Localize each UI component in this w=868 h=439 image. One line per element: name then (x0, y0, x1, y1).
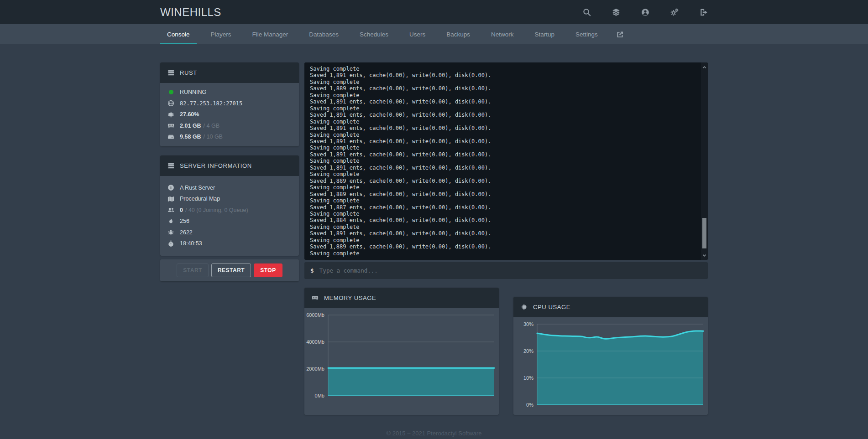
cpu-usage-header: CPU USAGE (513, 297, 708, 317)
console-line: Saving complete (310, 66, 696, 72)
map-name: Procedural Map (180, 196, 220, 202)
svg-text:4000Mb: 4000Mb (306, 339, 324, 345)
nav-tabs: ConsolePlayersFile ManagerDatabasesSched… (160, 24, 612, 44)
tab-settings[interactable]: Settings (569, 24, 605, 44)
console-line: Saving complete (310, 145, 696, 151)
cpu-usage-title: CPU USAGE (533, 304, 570, 310)
status-row: RUNNING (167, 87, 292, 98)
tab-console[interactable]: Console (160, 24, 197, 44)
console-line: Saving complete (310, 119, 696, 125)
console-line: Saving complete (310, 197, 696, 204)
disk-row: 9.58 GB / 10 GB (167, 131, 292, 143)
external-link-icon[interactable] (612, 24, 628, 44)
disk-used: 9.58 GB (180, 134, 201, 140)
stopwatch-icon (167, 240, 174, 247)
server-icon (167, 69, 174, 76)
console-line: Saving complete (310, 105, 696, 112)
scroll-down-icon[interactable] (701, 252, 708, 259)
fps-value: 256 (180, 218, 189, 224)
console-line: Saved 1,891 ents, cache(0.00), write(0.0… (310, 125, 696, 131)
console-line: Saving complete (310, 224, 696, 230)
chart-plot: 6000Mb4000Mb2000Mb0Mb (304, 308, 499, 406)
console-line: Saved 1,889 ents, cache(0.00), write(0.0… (310, 243, 696, 250)
flame-stat-row: 256 (167, 216, 292, 227)
globe-icon (167, 100, 174, 107)
console-log-content: Saving completeSaved 1,891 ents, cache(0… (304, 62, 708, 260)
server-icon (167, 162, 174, 169)
power-controls: STARTRESTARTSTOP (160, 259, 299, 281)
svg-text:10%: 10% (523, 375, 533, 381)
console-line: Saving complete (310, 237, 696, 243)
footer: © 2015 – 2021 Pterodactyl Software (0, 430, 868, 437)
memory-usage-title: MEMORY USAGE (324, 294, 376, 301)
description-row: A Rust Server (167, 182, 292, 194)
server-name: RUST (180, 69, 197, 76)
scrollbar-thumb[interactable] (702, 218, 706, 248)
tab-users[interactable]: Users (403, 24, 432, 44)
tab-backups[interactable]: Backups (439, 24, 477, 44)
command-input[interactable] (319, 267, 702, 274)
scroll-up-icon[interactable] (701, 63, 708, 71)
status-label: RUNNING (180, 89, 206, 95)
tab-players[interactable]: Players (204, 24, 238, 44)
svg-text:6000Mb: 6000Mb (306, 312, 324, 318)
console-line: Saved 1,891 ents, cache(0.00), write(0.0… (310, 230, 696, 237)
cpu-value: 27.60% (180, 111, 199, 118)
tab-schedules[interactable]: Schedules (353, 24, 395, 44)
players-row: 0 / 40 (0 Joining, 0 Queue) (167, 205, 292, 216)
search-icon[interactable] (583, 8, 591, 16)
console-line: Saving complete (310, 132, 696, 138)
memory-total: / 4 GB (204, 123, 220, 129)
cpu-icon (167, 111, 174, 118)
command-input-row: $ (304, 262, 708, 279)
server-details-header: RUST (160, 62, 299, 83)
server-list-icon[interactable] (612, 8, 620, 16)
server-description: A Rust Server (180, 185, 215, 191)
console-line: Saved 1,889 ents, cache(0.00), write(0.0… (310, 191, 696, 197)
tab-startup[interactable]: Startup (528, 24, 562, 44)
tab-databases[interactable]: Databases (302, 24, 345, 44)
start-button[interactable]: START (177, 263, 209, 277)
memory-usage-panel: MEMORY USAGE 6000Mb4000Mb2000Mb0Mb (304, 288, 499, 415)
stop-button[interactable]: STOP (254, 263, 282, 277)
tab-network[interactable]: Network (484, 24, 521, 44)
svg-text:0Mb: 0Mb (315, 393, 324, 398)
copyright-text: © 2015 – 2021 Pterodactyl Software (386, 430, 481, 437)
status-dot (167, 89, 174, 96)
admin-gears-icon[interactable] (670, 8, 679, 16)
console-line: Saving complete (310, 211, 696, 217)
disk-total: / 10 GB (204, 134, 223, 140)
console-line: Saving complete (310, 250, 696, 257)
console-line: Saved 1,889 ents, cache(0.00), write(0.0… (310, 178, 696, 184)
memory-usage-chart: 6000Mb4000Mb2000Mb0Mb (304, 308, 499, 406)
console-scrollbar[interactable] (701, 62, 708, 260)
cpu-usage-chart: 30%20%10%0% (513, 317, 708, 415)
page-title: WINEHILLS (160, 6, 221, 19)
tab-file-manager[interactable]: File Manager (246, 24, 295, 44)
console-log[interactable]: Saving completeSaved 1,891 ents, cache(0… (304, 62, 708, 260)
svg-text:2000Mb: 2000Mb (306, 366, 324, 372)
console-line: Saved 1,884 ents, cache(0.00), write(0.0… (310, 217, 696, 223)
console-line: Saving complete (310, 92, 696, 98)
chart-plot: 30%20%10%0% (513, 317, 708, 415)
server-address: 82.77.253.182:27015 (180, 100, 242, 107)
server-info-card: SERVER INFORMATION A Rust Server Procedu… (160, 155, 299, 256)
sidebar: RUST RUNNING 82.77.253.182:27015 (160, 62, 299, 281)
memory-usage-header: MEMORY USAGE (304, 288, 499, 308)
memory-used: 2.01 GB (180, 123, 201, 129)
server-details-card: RUST RUNNING 82.77.253.182:27015 (160, 62, 299, 146)
memory-icon (167, 122, 174, 129)
user-icon[interactable] (641, 8, 649, 16)
restart-button[interactable]: RESTART (211, 263, 251, 277)
logout-icon[interactable] (700, 8, 708, 16)
memory-icon (312, 294, 319, 301)
cpu-usage-panel: CPU USAGE 30%20%10%0% (513, 297, 708, 415)
cpu-row: 27.60% (167, 109, 292, 120)
command-prompt: $ (310, 267, 314, 274)
charts-row: MEMORY USAGE 6000Mb4000Mb2000Mb0Mb CPU U… (304, 288, 708, 415)
players-detail: / 40 (0 Joining, 0 Queue) (185, 207, 248, 213)
console-line: Saved 1,891 ents, cache(0.00), write(0.0… (310, 151, 696, 158)
flame-icon (167, 218, 174, 225)
svg-text:20%: 20% (523, 348, 533, 354)
console-line: Saving complete (310, 184, 696, 191)
